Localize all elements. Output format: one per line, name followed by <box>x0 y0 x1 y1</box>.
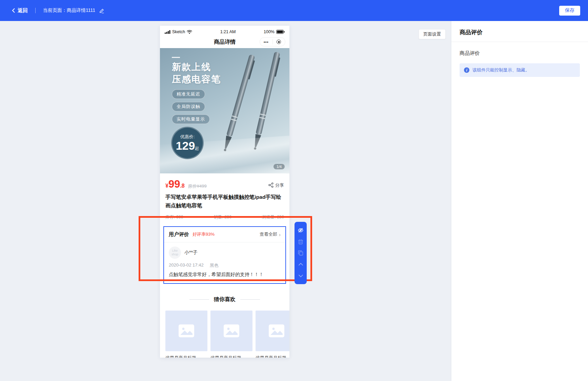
eye-off-icon <box>298 227 304 233</box>
hide-component-button[interactable] <box>297 227 304 234</box>
move-down-button[interactable] <box>297 272 304 279</box>
trash-icon <box>298 239 303 245</box>
time-label: 1:21 AM <box>220 29 236 34</box>
reviewer-name: 小**子 <box>184 250 198 256</box>
recommend-item-title: 这里是商品标题 <box>256 355 289 358</box>
mobile-preview: Sketch 1:21 AM 100% 商品详情 ••• <box>160 26 289 358</box>
topbar-divider <box>35 8 36 13</box>
banner-badge: 全局防误触 <box>172 102 205 111</box>
status-bar: Sketch 1:21 AM 100% <box>160 26 289 36</box>
product-info-section: ¥ 99 .8 原价¥499 分享 手写笔安卓苹果等手机平板触摸触控笔ipad手… <box>160 173 289 221</box>
share-label: 分享 <box>275 182 284 188</box>
chevron-right-icon: › <box>279 232 281 237</box>
banner-headline-line2: 压感电容笔 <box>172 73 221 85</box>
banner-accent-dash <box>172 57 180 58</box>
price-integer: 99 <box>168 179 180 189</box>
price-row: ¥ 99 .8 原价¥499 分享 <box>165 179 284 189</box>
share-button[interactable]: 分享 <box>268 182 284 188</box>
wifi-icon <box>187 30 192 34</box>
page-settings-button[interactable]: 页面设置 <box>419 29 446 39</box>
image-placeholder <box>210 311 252 351</box>
recommend-card[interactable]: 这里是商品标题 ¥0 ¥0 <box>165 311 207 358</box>
recommend-card[interactable]: 这里是商品标题 ¥0 ¥0 <box>210 311 252 358</box>
page-title: 商品详情 <box>214 39 236 46</box>
product-stats: 库存: 999 销量: 230 浏览量: 230 <box>165 214 284 221</box>
move-up-button[interactable] <box>297 261 304 268</box>
banner-badge: 精准无延迟 <box>172 89 205 99</box>
view-all-link[interactable]: 查看全部 › <box>260 231 281 237</box>
image-placeholder <box>256 311 289 351</box>
delete-component-button[interactable] <box>297 238 304 245</box>
chevron-down-icon <box>298 274 303 277</box>
review-title: 用户评价 <box>169 231 189 238</box>
banner-headline-line1: 新款上线 <box>172 61 221 73</box>
panel-section-label: 商品评价 <box>460 50 580 57</box>
review-component[interactable]: 用户评价 好评率93% 查看全部 › Like shop 小**子 2020-0 <box>163 226 286 284</box>
info-text: 该组件只能控制显示、隐藏。 <box>472 67 530 73</box>
banner-price-label: 优惠价: <box>180 134 195 140</box>
more-dots-icon: ••• <box>264 40 269 44</box>
recommend-card[interactable]: 这里是商品标题 ¥0 ¥0 <box>256 311 289 358</box>
picture-icon <box>224 324 239 337</box>
picture-icon <box>269 324 284 337</box>
recommend-item-title: 这里是商品标题 <box>165 355 207 358</box>
current-page-label: 当前页面：商品详情1111 <box>43 7 95 14</box>
save-button[interactable]: 保存 <box>559 6 580 16</box>
more-menu-button[interactable]: ••• <box>260 38 272 46</box>
sales-stat: 销量: 230 <box>214 214 231 220</box>
review-meta: 2020-03-02 17:42 黑色 <box>169 262 281 269</box>
price-decimal: .8 <box>180 183 184 189</box>
recommend-item-title: 这里是商品标题 <box>210 355 252 358</box>
edit-page-name-icon[interactable] <box>99 8 104 13</box>
recommend-cards: 这里是商品标题 ¥0 ¥0 这里是商品标题 ¥0 ¥0 <box>160 311 289 358</box>
recommend-title: 猜你喜欢 <box>214 296 236 303</box>
view-all-label: 查看全部 <box>260 231 277 237</box>
back-chevron-icon <box>12 8 15 13</box>
banner-badges: 精准无延迟 全局防误触 实时电量显示 <box>172 89 210 124</box>
target-circle-icon <box>277 40 281 44</box>
product-title: 手写笔安卓苹果等手机平板触摸触控笔ipad手写绘画点触笔电容笔 <box>165 193 284 210</box>
reviewer-avatar: Like shop <box>169 247 181 259</box>
picture-icon <box>179 324 194 337</box>
stock-stat: 库存: 999 <box>165 214 183 220</box>
banner-badge: 实时电量显示 <box>172 114 210 124</box>
original-price: 原价¥499 <box>188 183 207 189</box>
banner-price-suffix: 起 <box>195 146 199 151</box>
review-body: Like shop 小**子 2020-03-02 17:42 黑色 点触笔感觉… <box>164 242 285 283</box>
miniprogram-capsule: ••• <box>260 37 285 46</box>
settings-panel: 商品评价 商品评价 i 该组件只能控制显示、隐藏。 <box>451 21 588 381</box>
copy-component-button[interactable] <box>297 250 304 256</box>
close-capsule-button[interactable] <box>273 38 285 46</box>
banner-page-indicator: 1/4 <box>273 164 285 169</box>
review-header: 用户评价 好评率93% 查看全部 › <box>164 227 285 242</box>
back-button[interactable]: 返回 <box>12 7 28 14</box>
positive-rate-label: 好评率93% <box>192 231 215 237</box>
image-placeholder <box>165 311 207 351</box>
banner-headline: 新款上线 压感电容笔 <box>172 61 221 86</box>
copy-icon <box>298 250 303 256</box>
review-sku: 黑色 <box>210 262 219 269</box>
mini-nav-bar: 商品详情 ••• <box>160 36 289 48</box>
review-content: 点触笔感觉非常好，希望后面好的支持！！！ <box>169 272 281 278</box>
battery-icon <box>276 30 285 34</box>
carrier-label: Sketch <box>172 29 185 34</box>
top-bar: 返回 当前页面：商品详情1111 保存 <box>0 0 588 21</box>
info-icon: i <box>464 67 469 73</box>
component-toolbar <box>295 222 307 284</box>
back-label: 返回 <box>18 7 28 14</box>
panel-title: 商品评价 <box>451 21 588 42</box>
signal-bars-icon <box>165 30 170 34</box>
review-date: 2020-03-02 17:42 <box>169 262 204 269</box>
battery-label: 100% <box>264 29 275 34</box>
info-banner: i 该组件只能控制显示、隐藏。 <box>460 63 580 77</box>
banner-price-circle: 优惠价: 129起 <box>171 127 204 159</box>
page-editor: 返回 当前页面：商品详情1111 保存 页面设置 Sketch 1:21 AM <box>0 0 588 381</box>
recommend-header: 猜你喜欢 <box>160 296 289 303</box>
chevron-up-icon <box>298 263 303 266</box>
banner-price-value: 129起 <box>176 140 199 152</box>
currency-symbol: ¥ <box>165 183 168 189</box>
share-icon <box>268 183 273 188</box>
product-banner[interactable]: 新款上线 压感电容笔 精准无延迟 全局防误触 实时电量显示 优惠价: 129起 … <box>160 48 289 173</box>
views-stat: 浏览量: 230 <box>262 214 284 220</box>
